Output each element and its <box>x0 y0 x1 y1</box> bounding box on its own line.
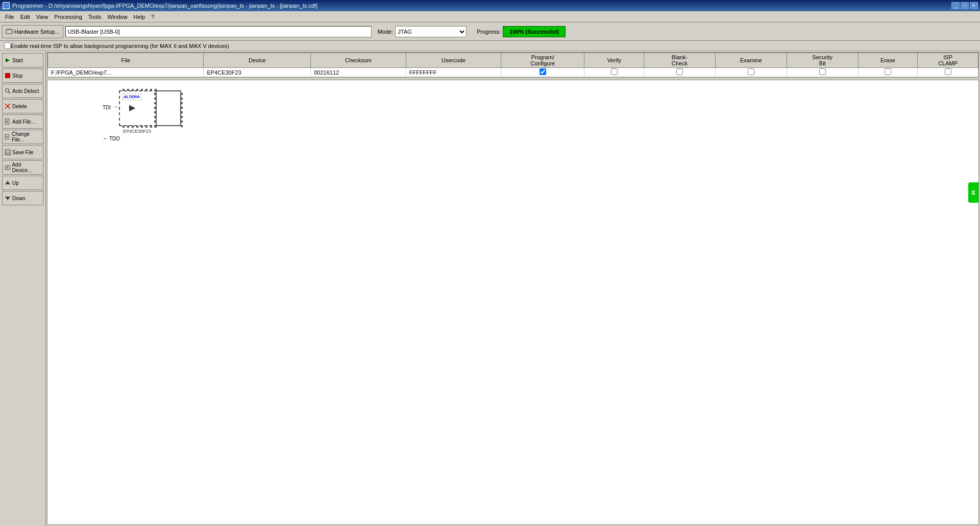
pin-dot <box>145 89 148 91</box>
cell-verify[interactable] <box>584 68 644 77</box>
hardware-setup-button[interactable]: Hardware Setup... <box>2 25 63 38</box>
program-checkbox[interactable] <box>540 68 546 75</box>
menu-window[interactable]: Window <box>104 13 130 21</box>
pin-dot <box>154 98 156 100</box>
close-button[interactable]: ✕ <box>970 2 978 9</box>
add-device-icon <box>5 164 10 171</box>
realtime-isp-label: Enable real-time ISP to allow background… <box>11 43 229 49</box>
chip-solid-border <box>156 90 181 126</box>
progress-label: Progress: <box>477 29 501 35</box>
pin-dot <box>122 89 125 91</box>
svg-rect-8 <box>5 73 10 78</box>
progress-value: 100% (Successful) <box>509 29 559 35</box>
table-row[interactable]: F:/FPGA_DEMO/exp7... EP4CE30F23 00216112… <box>48 68 978 77</box>
menu-edit[interactable]: Edit <box>17 13 33 21</box>
change-file-icon <box>5 134 10 140</box>
auto-detect-button[interactable]: Auto Detect <box>2 84 43 98</box>
side-float-button[interactable]: 38 <box>968 182 978 203</box>
pin-dots-left <box>154 93 156 127</box>
change-file-button[interactable]: Change File... <box>2 130 43 144</box>
up-button[interactable]: Up <box>2 176 43 190</box>
cell-program[interactable] <box>501 68 584 77</box>
realtime-isp-checkbox[interactable] <box>4 42 11 49</box>
window-title: Programmer - D:/shiyanxiangshiyan/fpga-l… <box>12 3 951 9</box>
col-header-erase: Erase <box>858 53 918 68</box>
title-bar: Programmer - D:/shiyanxiangshiyan/fpga-l… <box>0 0 980 11</box>
start-button[interactable]: Start <box>2 53 43 67</box>
cell-security[interactable] <box>787 68 858 77</box>
security-checkbox[interactable] <box>819 68 826 75</box>
add-device-button[interactable]: Add Device... <box>2 160 43 175</box>
add-file-icon <box>5 118 11 125</box>
cell-erase[interactable] <box>858 68 918 77</box>
tdo-label: TDO <box>109 136 120 141</box>
pin-dot <box>150 126 152 128</box>
menu-view[interactable]: View <box>33 13 52 21</box>
menu-help[interactable]: Help <box>131 13 149 21</box>
pin-dot <box>154 121 156 123</box>
save-file-button[interactable]: Save File <box>2 145 43 159</box>
hardware-setup-label: Hardware Setup... <box>14 29 60 35</box>
pin-dot <box>181 98 183 100</box>
pin-dot <box>136 126 138 128</box>
cell-file: F:/FPGA_DEMO/exp7... <box>48 68 204 77</box>
menu-question[interactable]: ? <box>148 13 157 21</box>
cell-blank-check[interactable] <box>644 68 716 77</box>
erase-checkbox[interactable] <box>885 68 891 75</box>
chip-model-label: EP4CE30F23 <box>123 129 151 134</box>
save-file-icon <box>5 149 11 155</box>
col-header-device: Device <box>204 53 311 68</box>
pin-dot <box>181 111 183 113</box>
jtag-diagram-area: TDI → <box>47 80 979 525</box>
chip-dashed-border: ALTERA ▶ <box>119 90 157 126</box>
pin-dot <box>181 93 183 95</box>
menu-tools[interactable]: Tools <box>85 13 105 21</box>
pin-dot <box>154 116 156 118</box>
mode-label: Mode: <box>378 29 394 35</box>
pin-dot <box>181 116 183 118</box>
pin-dot <box>154 125 156 127</box>
menu-file[interactable]: File <box>2 13 17 21</box>
pin-dot <box>181 121 183 123</box>
col-header-blank-check: Blank-Check <box>644 53 716 68</box>
blank-check-checkbox[interactable] <box>676 68 683 75</box>
col-header-program: Program/Configure <box>501 53 584 68</box>
pin-dot <box>141 89 143 91</box>
cell-examine[interactable] <box>715 68 787 77</box>
chip-brand-label: ALTERA <box>122 93 141 100</box>
svg-point-9 <box>6 89 9 92</box>
minimize-button[interactable]: _ <box>951 2 960 9</box>
verify-checkbox[interactable] <box>611 68 618 75</box>
svg-marker-26 <box>5 197 10 200</box>
add-file-button[interactable]: Add File... <box>2 114 43 129</box>
programmer-table-area: File Device Checksum Usercode Program/Co… <box>47 52 979 78</box>
pin-dot <box>154 93 156 95</box>
cell-isp-clamp[interactable] <box>918 68 978 77</box>
isp-clamp-checkbox[interactable] <box>945 68 951 75</box>
pin-dots-bottom <box>122 126 157 128</box>
col-header-file: File <box>48 53 204 68</box>
svg-rect-16 <box>5 134 9 139</box>
tdo-line: ← TDO <box>103 135 120 141</box>
menu-processing[interactable]: Processing <box>51 13 85 21</box>
svg-marker-25 <box>5 181 10 184</box>
pin-dot <box>181 102 183 104</box>
window-controls[interactable]: _ □ ✕ <box>951 2 978 9</box>
cell-usercode: FFFFFFFF <box>406 68 501 77</box>
maximize-button[interactable]: □ <box>961 2 969 9</box>
svg-rect-20 <box>6 150 9 152</box>
menu-bar: File Edit View Processing Tools Window H… <box>0 11 980 22</box>
stop-button[interactable]: Stop <box>2 68 43 83</box>
hardware-icon <box>6 28 13 35</box>
pin-dots-top <box>122 89 157 91</box>
programmer-table: File Device Checksum Usercode Program/Co… <box>47 53 978 77</box>
examine-checkbox[interactable] <box>748 68 754 75</box>
auto-detect-icon <box>5 88 11 94</box>
delete-button[interactable]: Delete <box>2 99 43 113</box>
hardware-field[interactable] <box>65 26 372 37</box>
down-button[interactable]: Down <box>2 191 43 205</box>
start-icon <box>5 57 11 63</box>
col-header-security: SecurityBit <box>787 53 858 68</box>
mode-select[interactable]: JTAG AS PS <box>395 26 467 37</box>
col-header-isp-clamp: ISPCLAMP <box>918 53 978 68</box>
